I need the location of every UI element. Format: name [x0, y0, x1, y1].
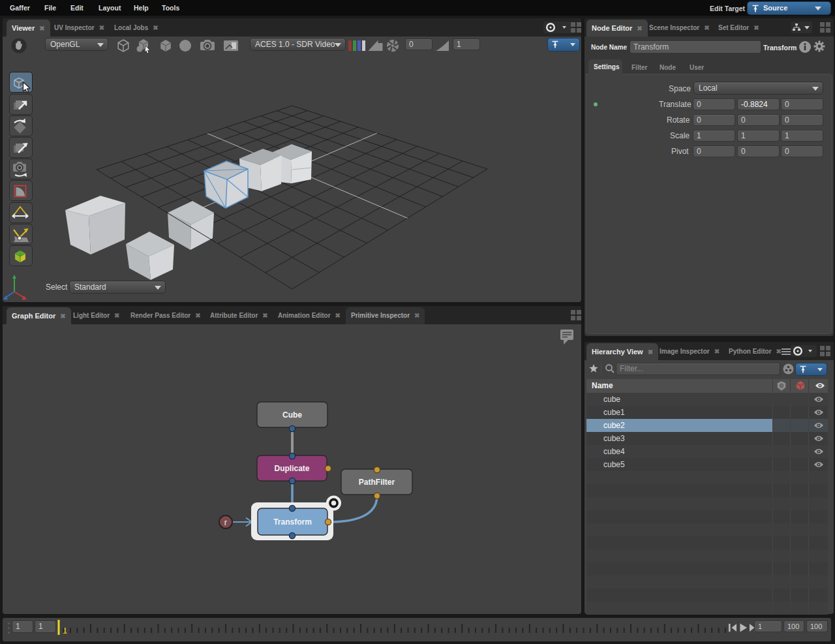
svg-text:Duplicate: Duplicate: [274, 464, 309, 473]
svg-text:PathFilter: PathFilter: [359, 478, 395, 487]
svg-text:r: r: [224, 517, 228, 527]
svg-text:Cube: Cube: [282, 410, 302, 420]
svg-text:Transform: Transform: [273, 517, 312, 527]
